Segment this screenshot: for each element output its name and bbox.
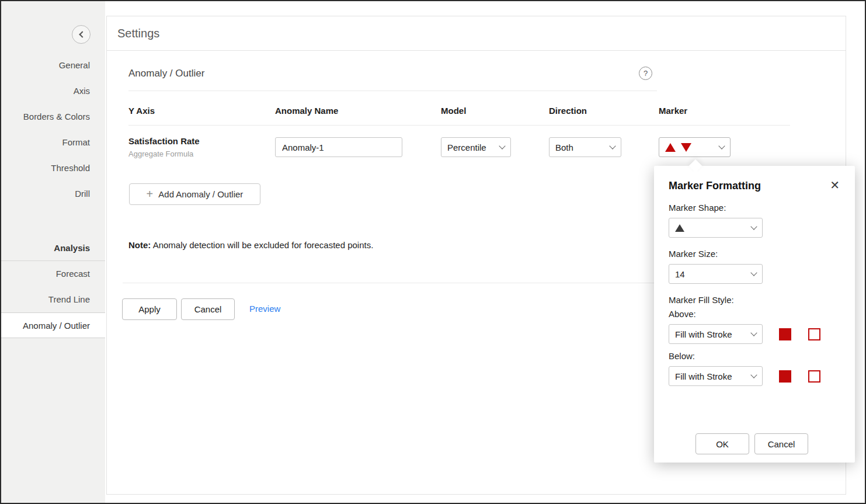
marker-fill-style-label: Marker Fill Style: xyxy=(669,295,841,305)
apply-button[interactable]: Apply xyxy=(122,298,177,320)
column-header-model: Model xyxy=(441,106,466,116)
sidebar-item-threshold[interactable]: Threshold xyxy=(1,155,105,181)
marker-preview xyxy=(665,143,691,152)
chevron-down-icon xyxy=(718,142,725,149)
triangle-down-icon xyxy=(681,143,691,152)
sidebar-item-general[interactable]: General xyxy=(1,53,105,78)
column-header-anomaly-name: Anomaly Name xyxy=(275,106,338,116)
marker-size-select[interactable]: 14 xyxy=(669,264,763,284)
actions-divider xyxy=(123,283,657,283)
marker-size-value: 14 xyxy=(675,269,685,279)
above-fill-color-swatch[interactable] xyxy=(779,328,791,340)
sidebar-analysis-nav: Analysis Forecast Trend Line Anomaly / O… xyxy=(1,235,105,338)
note-body: Anomaly detection will be excluded for f… xyxy=(151,240,373,250)
below-fill-row: Fill with Stroke xyxy=(669,366,841,386)
marker-select[interactable] xyxy=(659,137,731,157)
model-select[interactable]: Percentile xyxy=(441,137,511,157)
table-header-divider xyxy=(128,125,790,126)
above-fill-row: Fill with Stroke xyxy=(669,324,841,344)
column-header-direction: Direction xyxy=(549,106,587,116)
add-anomaly-label: Add Anomaly / Outlier xyxy=(158,189,243,199)
column-header-y-axis: Y Axis xyxy=(128,106,155,116)
sidebar-section-analysis: Analysis xyxy=(1,235,105,261)
note-text: Note: Anomaly detection will be excluded… xyxy=(128,240,373,250)
section-title: Anomaly / Outlier xyxy=(128,68,204,79)
sidebar-item-drill[interactable]: Drill xyxy=(1,181,105,207)
sidebar-item-forecast[interactable]: Forecast xyxy=(1,261,105,287)
marker-size-label: Marker Size: xyxy=(669,249,841,259)
above-label: Above: xyxy=(669,309,841,319)
y-axis-field-type: Aggregate Formula xyxy=(128,150,193,158)
note-label: Note: xyxy=(128,240,151,250)
marker-shape-select[interactable] xyxy=(669,218,763,238)
below-fill-select[interactable]: Fill with Stroke xyxy=(669,366,763,386)
triangle-up-icon xyxy=(665,143,676,152)
below-fill-color-swatch[interactable] xyxy=(779,370,791,383)
plus-icon: + xyxy=(147,188,154,200)
model-select-value: Percentile xyxy=(447,142,486,152)
below-stroke-color-swatch[interactable] xyxy=(808,370,820,383)
chevron-down-icon xyxy=(750,269,757,276)
chevron-down-icon xyxy=(609,142,615,149)
sidebar-item-anomaly-outlier[interactable]: Anomaly / Outlier xyxy=(1,312,105,338)
marker-shape-label: Marker Shape: xyxy=(669,203,841,213)
triangle-shape-icon xyxy=(675,224,684,232)
popup-title: Marker Formatting xyxy=(669,180,761,192)
sidebar-item-trend-line[interactable]: Trend Line xyxy=(1,287,105,312)
y-axis-field-name: Satisfaction Rate xyxy=(128,136,200,146)
chevron-down-icon xyxy=(750,223,757,230)
section-divider xyxy=(128,91,657,91)
sidebar-item-borders-colors[interactable]: Borders & Colors xyxy=(1,104,105,130)
chevron-left-icon xyxy=(79,31,85,37)
above-fill-value: Fill with Stroke xyxy=(675,329,732,339)
chevron-down-icon xyxy=(499,142,505,149)
settings-header: Settings xyxy=(107,16,846,51)
sidebar-main-nav: General Axis Borders & Colors Format Thr… xyxy=(1,53,105,207)
direction-select[interactable]: Both xyxy=(549,137,621,157)
marker-formatting-popup: Marker Formatting ✕ Marker Shape: Marker… xyxy=(654,166,855,463)
anomaly-name-input[interactable] xyxy=(275,137,402,157)
chevron-down-icon xyxy=(750,329,757,336)
cancel-button[interactable]: Cancel xyxy=(181,298,235,320)
sidebar-item-format[interactable]: Format xyxy=(1,130,105,155)
below-label: Below: xyxy=(669,351,841,361)
column-header-marker: Marker xyxy=(659,106,687,116)
page-title: Settings xyxy=(117,27,159,40)
above-stroke-color-swatch[interactable] xyxy=(808,328,820,340)
popup-cancel-button[interactable]: Cancel xyxy=(754,433,808,454)
help-icon[interactable]: ? xyxy=(639,67,652,80)
close-icon[interactable]: ✕ xyxy=(830,179,840,191)
settings-window: General Axis Borders & Colors Format Thr… xyxy=(0,0,866,504)
below-fill-value: Fill with Stroke xyxy=(675,371,732,381)
above-fill-select[interactable]: Fill with Stroke xyxy=(669,324,763,344)
add-anomaly-button[interactable]: + Add Anomaly / Outlier xyxy=(129,183,260,205)
back-button[interactable] xyxy=(72,25,91,44)
preview-link[interactable]: Preview xyxy=(249,304,280,314)
sidebar: General Axis Borders & Colors Format Thr… xyxy=(1,1,105,503)
popup-ok-button[interactable]: OK xyxy=(695,433,749,454)
chevron-down-icon xyxy=(750,371,757,378)
sidebar-item-axis[interactable]: Axis xyxy=(1,78,105,104)
direction-select-value: Both xyxy=(555,142,573,152)
